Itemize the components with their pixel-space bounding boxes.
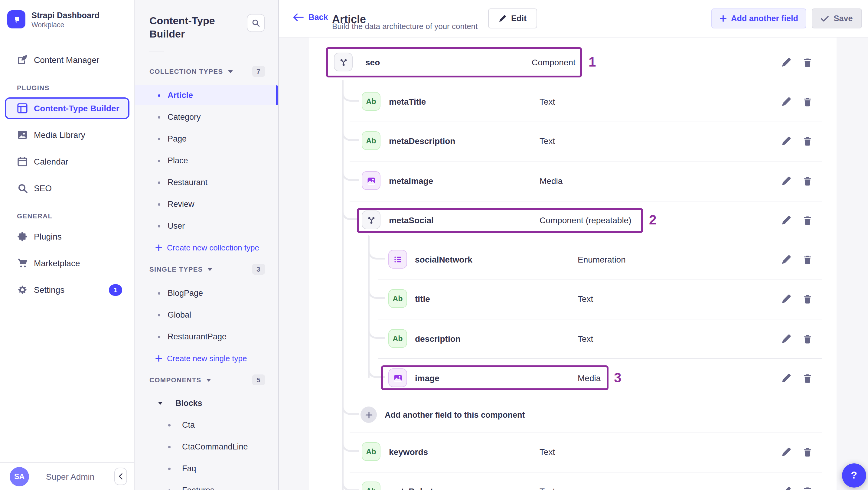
sidebar-item-blogpage[interactable]: BlogPage [135,283,278,303]
item-label: Global [167,310,191,319]
bullet-icon [158,314,160,316]
sidebar-item-place[interactable]: Place [135,151,278,171]
sidebar-collapse-button[interactable] [114,468,127,485]
field-row-metadescription[interactable]: Ab metaDescription Text [309,128,837,154]
text-field-icon: Ab [362,131,380,150]
pencil-icon [781,176,791,186]
sidebar-item-cta[interactable]: Cta [135,415,278,435]
component-group-blocks[interactable]: Blocks [135,393,278,413]
delete-field-button[interactable] [803,373,813,383]
nav-item-content-type-builder[interactable]: Content-Type Builder [5,97,129,119]
edit-field-button[interactable] [781,254,791,265]
sidebar-item-user[interactable]: User [135,216,278,236]
row-divider [350,122,822,122]
field-row-metatitle[interactable]: Ab metaTitle Text [309,88,837,115]
edit-field-button[interactable] [781,486,791,490]
pencil-icon [781,447,791,457]
sidebar-item-features[interactable]: Features [135,480,278,490]
nav-item-settings[interactable]: Settings 1 [5,279,129,301]
edit-field-button[interactable] [781,447,791,457]
delete-field-button[interactable] [803,176,813,186]
cart-icon [17,258,28,269]
edit-field-button[interactable] [781,57,791,67]
item-label: CtaCommandLine [182,442,248,451]
add-field-to-component-button[interactable]: Add another field to this component [309,402,837,428]
save-label: Save [834,14,852,23]
edit-field-button[interactable] [781,334,791,344]
edit-field-button[interactable] [781,373,791,383]
avatar[interactable]: SA [10,467,29,486]
nav-item-media-library[interactable]: Media Library [5,124,129,146]
group-header-components[interactable]: COMPONENTS 5 [149,374,265,385]
edit-field-button[interactable] [781,96,791,107]
back-link[interactable]: Back [293,13,328,22]
delete-field-button[interactable] [803,254,813,265]
delete-field-button[interactable] [803,486,813,490]
field-row-image[interactable]: image Media [309,365,837,391]
edit-field-button[interactable] [781,136,791,146]
field-name: metaTitle [389,97,426,106]
annotation-number-3: 3 [614,370,621,386]
create-collection-type-link[interactable]: Create new collection type [135,238,278,258]
edit-field-button[interactable] [781,215,791,225]
field-row-seo[interactable]: seo Component [309,49,837,75]
delete-field-button[interactable] [803,136,813,146]
save-button[interactable]: Save [812,8,862,28]
nav-item-content-manager[interactable]: Content Manager [5,49,129,71]
row-divider [350,161,822,162]
text-field-icon: Ab [362,482,380,490]
sidebar-item-article[interactable]: Article [135,85,278,105]
field-row-metasocial[interactable]: metaSocial Component (repeatable) [309,207,837,234]
delete-field-button[interactable] [803,57,813,67]
sidebar-item-ctacommandline[interactable]: CtaCommandLine [135,437,278,457]
nav-item-marketplace[interactable]: Marketplace [5,252,129,274]
add-another-field-button[interactable]: Add another field [711,8,806,28]
group-header-single-types[interactable]: SINGLE TYPES 3 [149,264,265,275]
edit-field-button[interactable] [781,176,791,186]
edit-field-button[interactable] [781,294,791,304]
field-row-metarobots[interactable]: Ab metaRobots Text [309,478,837,490]
search-icon [252,19,260,27]
nav-item-seo[interactable]: SEO [5,177,129,199]
trash-icon [803,215,812,225]
help-button[interactable]: ? [842,463,866,488]
pencil-icon [781,57,791,67]
components-list: Blocks Cta CtaCommandLine Faq Features [135,393,278,490]
media-field-icon [362,171,380,190]
field-row-keywords[interactable]: Ab keywords Text [309,438,837,465]
item-label: Restaurant [167,178,208,187]
field-name: image [415,373,439,383]
group-label: SINGLE TYPES [149,266,203,273]
pencil-icon [781,294,791,304]
create-label: Create new collection type [167,243,259,252]
edit-button[interactable]: Edit [488,8,537,28]
delete-field-button[interactable] [803,334,813,344]
field-name: socialNetwork [415,255,472,264]
sidebar-item-page[interactable]: Page [135,129,278,149]
create-single-type-link[interactable]: Create new single type [135,348,278,368]
bullet-icon [168,446,170,448]
search-icon [17,183,28,193]
group-header-collection-types[interactable]: COLLECTION TYPES 7 [149,66,265,77]
nav-item-plugins[interactable]: Plugins [5,226,129,247]
delete-field-button[interactable] [803,215,813,225]
search-button[interactable] [247,14,265,32]
nav-item-calendar[interactable]: Calendar [5,151,129,173]
sidebar-item-restaurantpage[interactable]: RestaurantPage [135,327,278,347]
item-label: Review [167,200,194,209]
panel-title: Content-Type Builder [149,14,241,41]
sidebar-item-review[interactable]: Review [135,194,278,214]
field-row-title[interactable]: Ab title Text [309,285,837,312]
sidebar-item-category[interactable]: Category [135,107,278,127]
sidebar-item-restaurant[interactable]: Restaurant [135,173,278,192]
sidebar-item-global[interactable]: Global [135,305,278,325]
delete-field-button[interactable] [803,447,813,457]
delete-field-button[interactable] [803,96,813,107]
row-divider [378,358,822,359]
field-row-description[interactable]: Ab description Text [309,326,837,352]
field-row-metaimage[interactable]: metaImage Media [309,167,837,194]
sidebar-item-faq[interactable]: Faq [135,459,278,479]
delete-field-button[interactable] [803,294,813,304]
field-row-socialnetwork[interactable]: socialNetwork Enumeration [309,246,837,273]
divider [149,51,164,52]
